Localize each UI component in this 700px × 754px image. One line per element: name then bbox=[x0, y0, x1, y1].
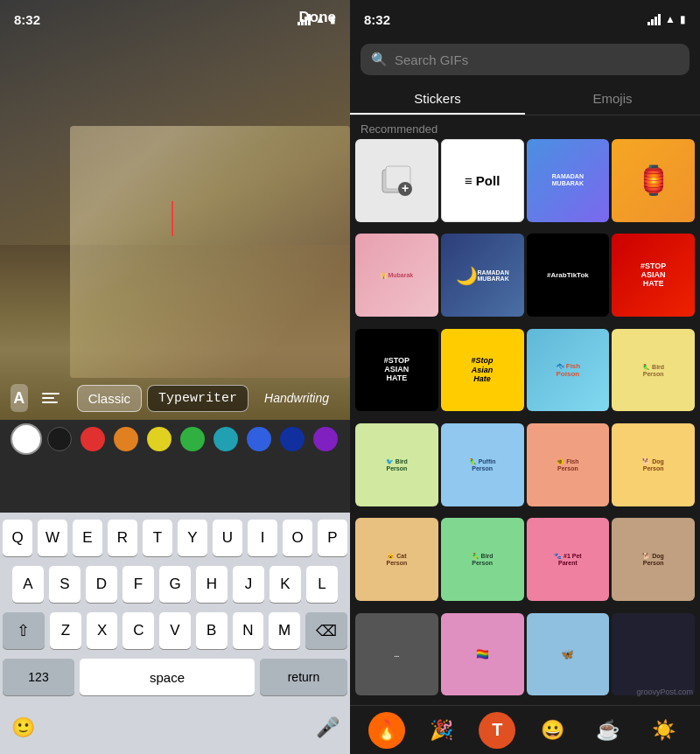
key-j[interactable]: J bbox=[233, 566, 264, 603]
watermark: groovyPost.com bbox=[636, 688, 693, 696]
svg-text:+: + bbox=[402, 181, 409, 195]
sticker-stop-asian-hate-1[interactable]: #STOPASIANHATE bbox=[612, 234, 695, 317]
camera-bg bbox=[0, 0, 350, 420]
color-orange[interactable] bbox=[114, 427, 138, 451]
color-blue[interactable] bbox=[247, 427, 271, 451]
sticker-ramadan[interactable]: RAMADANMUBARAK bbox=[527, 139, 610, 222]
sticker-bottom1[interactable]: 🐕 DogPerson bbox=[612, 518, 695, 601]
dock-party[interactable]: 🎉 bbox=[424, 712, 460, 749]
dock-fire[interactable]: 🔥 bbox=[368, 712, 405, 749]
key-123[interactable]: 123 bbox=[3, 659, 74, 695]
color-purple[interactable] bbox=[313, 427, 338, 451]
style-classic[interactable]: Classic bbox=[77, 385, 142, 412]
sticker-dog1[interactable]: 🐕 DogPerson bbox=[612, 423, 695, 506]
sticker-poll[interactable]: ≡ Poll bbox=[441, 139, 524, 222]
style-typewriter[interactable]: Typewriter bbox=[147, 385, 248, 412]
tab-stickers[interactable]: Stickers bbox=[350, 84, 525, 115]
tabs: Stickers Emojis bbox=[350, 84, 700, 115]
key-backspace[interactable]: ⌫ bbox=[305, 612, 347, 649]
sticker-moon[interactable]: 🌙 RAMADANMUBARAK bbox=[441, 234, 524, 317]
key-row-4: 123 space return bbox=[3, 659, 347, 695]
key-t[interactable]: T bbox=[143, 520, 172, 556]
keyboard-bottom: 🙂 🎤 bbox=[0, 709, 350, 754]
sticker-bottom3[interactable]: 🏳️‍🌈 bbox=[441, 613, 524, 696]
key-v[interactable]: V bbox=[159, 612, 191, 649]
color-picker bbox=[0, 420, 350, 458]
key-k[interactable]: K bbox=[270, 566, 301, 603]
color-teal[interactable] bbox=[214, 427, 238, 451]
key-d[interactable]: D bbox=[86, 566, 117, 603]
search-placeholder: Search GIFs bbox=[395, 52, 468, 67]
sticker-pet-parent[interactable]: 🐾 #1 PetParent bbox=[527, 518, 610, 601]
key-l[interactable]: L bbox=[306, 566, 338, 603]
sticker-stop-asian-hate-3[interactable]: #StopAsianHate bbox=[441, 329, 524, 412]
key-h[interactable]: H bbox=[196, 566, 228, 603]
sticker-lantern[interactable]: 🏮 bbox=[612, 139, 695, 222]
sticker-bird1[interactable]: 🦜 BirdPerson bbox=[612, 329, 695, 412]
key-i[interactable]: I bbox=[248, 520, 277, 556]
sticker-bird2[interactable]: 🐦 BirdPerson bbox=[355, 423, 438, 506]
done-button[interactable]: Done bbox=[299, 9, 337, 26]
color-navy[interactable] bbox=[280, 427, 304, 451]
dock-smile[interactable]: 😀 bbox=[535, 712, 571, 749]
key-g[interactable]: G bbox=[159, 566, 191, 603]
sticker-bottom2[interactable]: ... bbox=[355, 613, 438, 696]
dock-sun[interactable]: ☀️ bbox=[645, 712, 682, 749]
style-options: Classic Typewriter Handwriting bbox=[77, 385, 340, 412]
key-z[interactable]: Z bbox=[50, 612, 81, 649]
key-space[interactable]: space bbox=[80, 659, 255, 695]
key-o[interactable]: O bbox=[283, 520, 312, 556]
color-black[interactable] bbox=[47, 427, 72, 451]
signal-icon-right bbox=[648, 14, 661, 25]
sticker-bottom4[interactable]: 🦋 bbox=[527, 613, 610, 696]
search-bar[interactable]: 🔍 Search GIFs bbox=[360, 44, 690, 75]
mic-button[interactable]: 🎤 bbox=[312, 712, 343, 744]
key-return[interactable]: return bbox=[260, 659, 347, 695]
sticker-add-media[interactable]: + bbox=[355, 139, 438, 222]
color-red[interactable] bbox=[80, 427, 105, 451]
key-x[interactable]: X bbox=[87, 612, 118, 649]
key-s[interactable]: S bbox=[49, 566, 80, 603]
sticker-fish-poison[interactable]: 🐟 FishPoison bbox=[527, 329, 610, 412]
key-q[interactable]: Q bbox=[3, 520, 32, 556]
key-shift[interactable]: ⇧ bbox=[3, 612, 45, 649]
key-e[interactable]: E bbox=[73, 520, 102, 556]
key-m[interactable]: M bbox=[269, 612, 300, 649]
tab-emojis[interactable]: Emojis bbox=[525, 84, 700, 115]
key-a[interactable]: A bbox=[12, 566, 44, 603]
key-p[interactable]: P bbox=[318, 520, 347, 556]
key-f[interactable]: F bbox=[122, 566, 154, 603]
wifi-icon-right: ▲ bbox=[665, 13, 676, 25]
sticker-cat[interactable]: 🐱 CatPerson bbox=[355, 518, 438, 601]
sticker-arab-tiktok[interactable]: #ArabTikTok bbox=[527, 234, 610, 317]
key-row-2: A S D F G H J K L bbox=[3, 566, 347, 603]
status-icons-right: ▲ ▮ bbox=[648, 13, 686, 25]
sticker-placeholder[interactable] bbox=[612, 613, 695, 696]
key-u[interactable]: U bbox=[213, 520, 242, 556]
sticker-parrot[interactable]: 🦜 PuffinPerson bbox=[441, 423, 524, 506]
key-row-1: Q W E R T Y U I O P bbox=[3, 520, 347, 556]
key-n[interactable]: N bbox=[233, 612, 264, 649]
dock-text[interactable]: T bbox=[479, 712, 515, 749]
sticker-stop-asian-hate-2[interactable]: #STOPASIANHATE bbox=[355, 329, 438, 412]
text-style-icon[interactable]: A bbox=[10, 384, 28, 412]
align-icon[interactable] bbox=[42, 393, 60, 403]
left-panel: 8:32 ▲ ▮ Done A Classic Typewriter Handw… bbox=[0, 0, 350, 754]
color-white[interactable] bbox=[14, 427, 38, 451]
color-yellow[interactable] bbox=[147, 427, 172, 451]
style-handwriting[interactable]: Handwriting bbox=[254, 386, 340, 410]
dock-coffee[interactable]: ☕ bbox=[590, 712, 626, 749]
key-c[interactable]: C bbox=[122, 612, 154, 649]
right-panel: 8:32 ▲ ▮ 🔍 Search GIFs Stickers Emojis R… bbox=[350, 0, 700, 754]
bottom-dock: 🔥 🎉 T 😀 ☕ ☀️ bbox=[350, 705, 700, 754]
key-w[interactable]: W bbox=[38, 520, 67, 556]
key-y[interactable]: Y bbox=[178, 520, 207, 556]
key-r[interactable]: R bbox=[108, 520, 137, 556]
sticker-parrot2[interactable]: 🦜 BirdPerson bbox=[441, 518, 524, 601]
sticker-mosque[interactable]: 🕌 Mubarak bbox=[355, 234, 438, 317]
color-green[interactable] bbox=[180, 427, 205, 451]
emoji-button[interactable]: 🙂 bbox=[7, 712, 38, 744]
time-right: 8:32 bbox=[364, 12, 390, 27]
key-b[interactable]: B bbox=[196, 612, 228, 649]
sticker-fish2[interactable]: 🐠 FishPerson bbox=[527, 423, 610, 506]
